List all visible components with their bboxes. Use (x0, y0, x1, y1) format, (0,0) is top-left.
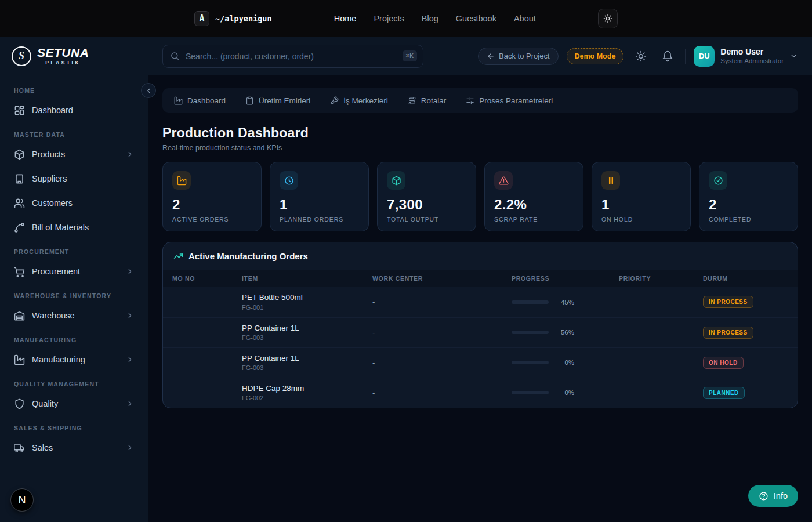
progress-bar (512, 331, 549, 334)
theme-sun-button[interactable] (632, 47, 650, 66)
search-input[interactable] (186, 52, 397, 61)
nextjs-dev-badge[interactable]: N (11, 489, 33, 511)
status-badge: PLANNED (703, 387, 745, 399)
kpi-label: ON HOLD (601, 216, 681, 223)
item-code: FG-003 (242, 364, 372, 371)
nav-link-projects[interactable]: Projects (374, 14, 404, 23)
workflow-branch-icon (14, 222, 25, 233)
sidebar-item-bill-of-materials[interactable]: Bill of Materials (7, 216, 141, 239)
item-name: HDPE Cap 28mm (242, 384, 372, 393)
user-menu[interactable]: DU Demo User System Administrator (694, 46, 798, 67)
nav-link-blog[interactable]: Blog (422, 14, 438, 23)
progress-percent: 0% (557, 359, 574, 366)
progress-percent: 45% (557, 299, 574, 306)
tab-label: Rotalar (421, 96, 447, 105)
sidebar-item-dashboard[interactable]: Dashboard (7, 99, 141, 122)
tab-dashboard[interactable]: Dashboard (174, 96, 226, 105)
sidebar-item-label: Suppliers (32, 174, 134, 183)
progress-percent: 56% (557, 329, 574, 336)
sidebar-item-label: Warehouse (32, 311, 119, 320)
tab-label: Proses Parametreleri (479, 96, 553, 105)
kpi-value: 1 (601, 197, 681, 213)
building-icon (14, 173, 25, 184)
progress-cell: 56% (512, 329, 619, 336)
kpi-value: 7,300 (387, 197, 466, 213)
nav-link-about[interactable]: About (514, 14, 536, 23)
dashboard-grid-icon (14, 105, 25, 116)
page-subtitle: Real-time production status and KPIs (162, 144, 798, 152)
table-row[interactable]: PP Container 1L FG-003 - 0% ON HOLD (163, 347, 798, 378)
sidebar-item-suppliers[interactable]: Suppliers (7, 167, 141, 190)
progress-bar (512, 391, 549, 394)
nav-link-home[interactable]: Home (334, 14, 357, 23)
sidebar-item-procurement[interactable]: Procurement (7, 260, 141, 283)
status-badge: ON HOLD (703, 357, 744, 369)
kpi-value: 2 (172, 197, 252, 213)
info-button[interactable]: Info (748, 485, 798, 507)
site-brand[interactable]: A ~/alpyenigun (194, 11, 272, 26)
theme-toggle-button[interactable] (598, 9, 618, 28)
item-name: PET Bottle 500ml (242, 293, 372, 302)
sidebar-section-warehouse: WAREHOUSE & INVENTORY (0, 284, 148, 303)
chevron-right-icon (126, 400, 134, 408)
package-icon (14, 149, 25, 160)
back-to-project-button[interactable]: Back to Project (478, 48, 558, 65)
col-work-center: WORK CENTER (372, 275, 512, 282)
module-tabbar: Dashboard Üretim Emirleri İş Merkezleri … (162, 88, 798, 113)
alert-triangle-icon (494, 171, 513, 190)
table-row[interactable]: PET Bottle 500ml FG-001 - 45% IN PROCESS (163, 287, 798, 317)
back-to-project-label: Back to Project (499, 52, 549, 60)
sidebar-collapse-button[interactable] (141, 83, 156, 98)
tab-uretim-emirleri[interactable]: Üretim Emirleri (245, 96, 310, 105)
status-cell: IN PROCESS (703, 327, 788, 339)
notifications-button[interactable] (658, 47, 677, 66)
tab-is-merkezleri[interactable]: İş Merkezleri (330, 96, 388, 105)
search-icon (170, 51, 180, 61)
tab-rotalar[interactable]: Rotalar (408, 96, 447, 105)
kpi-card-planned-orders: 1 PLANNED ORDERS (270, 162, 369, 231)
active-orders-card: Active Manufacturing Orders MO NO ITEM W… (162, 242, 798, 408)
sidebar-item-sales[interactable]: Sales (7, 436, 141, 459)
tab-label: Dashboard (187, 96, 226, 105)
work-center-cell: - (372, 358, 512, 367)
status-cell: IN PROCESS (703, 296, 788, 308)
company-subname: PLASTİK (45, 60, 81, 66)
table-header-row: MO NO ITEM WORK CENTER PROGRESS PRIORITY… (163, 270, 798, 287)
user-name: Demo User (720, 47, 784, 57)
global-search[interactable]: ⌘K (162, 45, 423, 68)
factory-icon (174, 96, 183, 105)
tab-proses-parametreleri[interactable]: Proses Parametreleri (466, 96, 553, 105)
item-cell: PP Container 1L FG-003 (242, 324, 372, 341)
item-code: FG-002 (242, 394, 372, 401)
kpi-value: 2 (709, 197, 788, 213)
sidebar-item-label: Quality (32, 399, 119, 408)
users-icon (14, 198, 25, 209)
table-row[interactable]: PP Container 1L FG-003 - 56% IN PROCESS (163, 317, 798, 347)
status-badge: IN PROCESS (703, 296, 753, 308)
company-name: SETUNA (37, 46, 89, 59)
nav-link-guestbook[interactable]: Guestbook (456, 14, 496, 23)
search-shortcut-badge: ⌘K (403, 50, 417, 61)
sidebar-item-manufacturing[interactable]: Manufacturing (7, 348, 141, 371)
check-circle-icon (709, 171, 727, 190)
status-cell: PLANNED (703, 387, 788, 399)
sidebar-item-warehouse[interactable]: Warehouse (7, 304, 141, 327)
col-priority: PRIORITY (619, 275, 703, 282)
sidebar-item-label: Bill of Materials (32, 223, 134, 232)
col-item: ITEM (242, 275, 372, 282)
kpi-value: 2.2% (494, 197, 574, 213)
table-row[interactable]: HDPE Cap 28mm FG-002 - 0% PLANNED (163, 378, 798, 408)
status-badge: IN PROCESS (703, 327, 753, 339)
kpi-card-completed: 2 COMPLETED (699, 162, 798, 231)
progress-bar (512, 300, 549, 304)
sidebar-item-products[interactable]: Products (7, 143, 141, 166)
kpi-label: ACTIVE ORDERS (172, 216, 252, 223)
sidebar-item-quality[interactable]: Quality (7, 392, 141, 415)
user-role: System Administrator (720, 57, 784, 65)
kpi-grid: 2 ACTIVE ORDERS 1 PLANNED ORDERS 7,300 T… (162, 162, 798, 231)
table-title: Active Manufacturing Orders (188, 251, 308, 261)
sidebar-item-customers[interactable]: Customers (7, 191, 141, 215)
kpi-label: SCRAP RATE (494, 216, 574, 223)
sidebar-section-manufacturing: MANUFACTURING (0, 328, 148, 347)
item-cell: HDPE Cap 28mm FG-002 (242, 384, 372, 401)
